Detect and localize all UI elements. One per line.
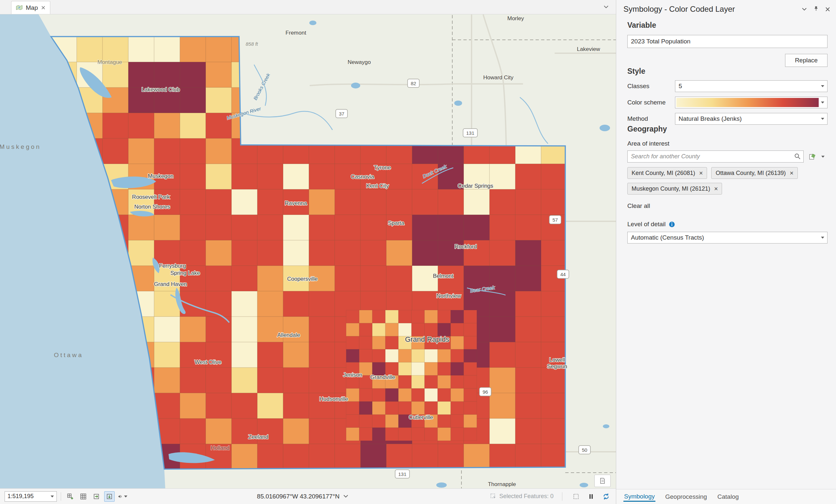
svg-text:44: 44 [560,272,566,277]
scale-select[interactable]: 1:519,195 [4,491,57,502]
svg-text:Rockford: Rockford [455,244,477,250]
svg-text:Kent City: Kent City [366,183,389,189]
chevron-down-icon[interactable] [821,156,824,158]
tab-symbology[interactable]: Symbology [623,491,656,502]
svg-text:Jenison: Jenison [343,372,362,378]
svg-text:50: 50 [582,447,588,453]
classes-label: Classes [627,82,675,90]
svg-text:Grand Rapids: Grand Rapids [405,335,449,343]
classes-select[interactable]: 5 [675,80,828,92]
area-of-interest-label: Area of interest [627,140,828,147]
info-icon[interactable] [669,221,675,228]
replace-button[interactable]: Replace [785,54,828,67]
chip-label: Kent County, MI (26081) [631,170,695,177]
separator [61,492,61,501]
method-value: Natural Breaks (Jenks) [679,115,742,122]
coordinate-readout[interactable]: 85.0160967°W 43.2096177°N [257,493,348,500]
chip-label: Ottawa County, MI (26139) [716,170,786,177]
map-view: Map [0,0,616,504]
svg-text:Lakewood Club: Lakewood Club [141,86,179,93]
svg-text:Grand Haven: Grand Haven [154,281,187,287]
svg-text:Cedar Springs: Cedar Springs [458,183,493,189]
geography-heading: Geography [627,125,828,134]
svg-text:Hudsonville: Hudsonville [319,396,348,402]
sync-scale-icon[interactable] [104,491,115,502]
map-icon [16,5,22,11]
svg-text:Ottawa: Ottawa [54,352,83,358]
level-of-detail-value: Automatic (Census Tracts) [631,234,704,241]
method-label: Method [627,115,675,122]
svg-text:Roosevelt Park: Roosevelt Park [132,194,170,200]
level-of-detail-select[interactable]: Automatic (Census Tracts) [627,232,828,244]
variable-heading: Variable [627,21,828,30]
svg-text:82: 82 [411,81,416,86]
svg-text:Newaygo: Newaygo [348,59,371,65]
chevron-down-icon [821,118,824,120]
select-area-on-map-icon[interactable] [808,152,817,161]
refresh-icon[interactable] [601,491,611,502]
map-notes-button[interactable] [594,474,611,487]
svg-text:Northview: Northview [436,293,461,299]
dashed-box-icon[interactable] [571,491,581,502]
pause-drawing-icon[interactable] [586,491,596,502]
svg-text:Coopersville: Coopersville [287,276,318,282]
panel-collapse-chevron-icon[interactable] [802,6,807,12]
grid-plus-icon[interactable] [65,491,75,502]
selected-features-status: Selected Features: 0 [490,493,553,500]
search-icon [794,153,801,161]
coordinates-value: 85.0160967°W 43.2096177°N [257,493,340,500]
tab-map[interactable]: Map [11,1,50,14]
svg-text:Holland: Holland [211,445,230,451]
svg-text:Thornapple: Thornapple [488,481,516,487]
svg-text:Lowell: Lowell [549,357,565,363]
svg-text:Zeeland: Zeeland [248,434,268,440]
county-search-input[interactable] [627,151,804,162]
selected-features-label: Selected Features: 0 [499,493,553,500]
panel-close-icon[interactable] [825,7,830,12]
svg-text:Ravenna: Ravenna [285,200,307,206]
chevron-down-icon [51,496,54,498]
svg-text:131: 131 [466,130,474,136]
svg-text:Cutlerville: Cutlerville [409,414,433,421]
map-statusbar: 1:519,195 [0,488,616,504]
tab-map-label: Map [26,4,38,12]
map-canvas[interactable]: 823713157449650131 MorleyFremont858 ftNe… [0,14,616,488]
panel-tab-bar: Symbology Geoprocessing Catalog [616,489,836,504]
svg-text:Sparta: Sparta [388,220,405,226]
symbology-panel: Symbology - Color Coded Layer Variable R… [616,0,836,504]
chevron-down-icon [821,237,824,239]
svg-text:Grandville: Grandville [370,374,396,380]
svg-text:Lakeview: Lakeview [577,46,601,52]
svg-text:Montague: Montague [97,59,122,65]
aoi-chip-kent[interactable]: Kent County, MI (26081) × [627,167,707,179]
clear-all-link[interactable]: Clear all [627,202,828,210]
svg-text:96: 96 [483,389,488,395]
method-select[interactable]: Natural Breaks (Jenks) [675,113,828,125]
sync-extent-icon[interactable] [91,491,101,502]
chip-remove-icon[interactable]: × [790,170,794,176]
color-scheme-select[interactable] [675,97,828,109]
tab-catalog[interactable]: Catalog [717,492,740,502]
svg-text:Allendale: Allendale [277,332,300,338]
scale-value: 1:519,195 [7,493,34,500]
aoi-chip-ottawa[interactable]: Ottawa County, MI (26139) × [711,167,797,179]
svg-text:West Olive: West Olive [195,359,222,365]
svg-text:Fremont: Fremont [285,30,306,36]
tab-strip-chevron-icon[interactable] [604,4,609,10]
chip-label: Muskegon County, MI (26121) [631,186,710,192]
svg-text:Muskegon: Muskegon [0,143,41,150]
tab-close-icon[interactable] [41,5,45,10]
speaker-icon[interactable] [117,491,128,502]
grid-icon[interactable] [78,491,89,502]
tab-geoprocessing[interactable]: Geoprocessing [665,492,708,502]
document-icon [599,477,606,484]
variable-field[interactable] [627,35,828,48]
color-ramp-swatch [676,98,819,107]
color-scheme-label: Color scheme [627,99,675,106]
svg-text:37: 37 [339,111,344,117]
aoi-chip-muskegon[interactable]: Muskegon County, MI (26121) × [627,183,722,195]
chevron-down-icon [821,85,824,87]
chip-remove-icon[interactable]: × [714,186,718,192]
chip-remove-icon[interactable]: × [699,170,703,176]
pin-icon[interactable] [814,6,819,13]
